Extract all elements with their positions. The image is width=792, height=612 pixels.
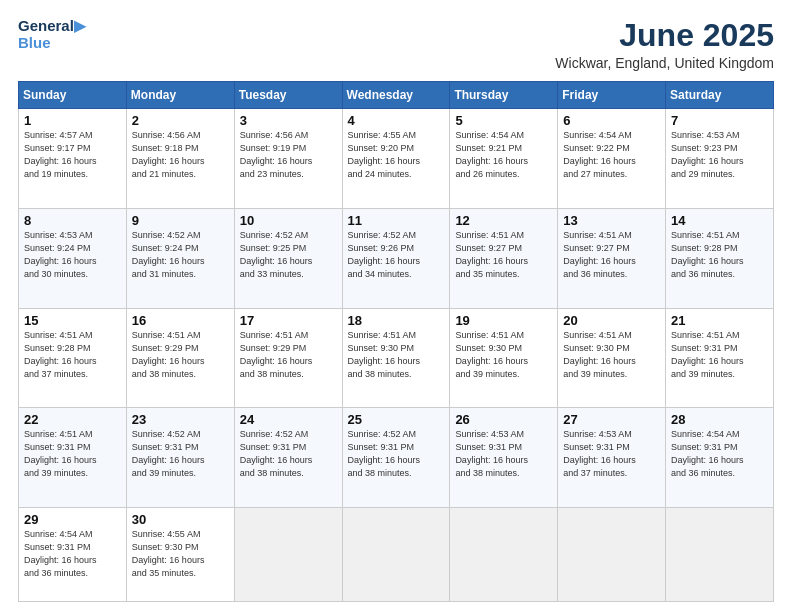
subtitle: Wickwar, England, United Kingdom (555, 55, 774, 71)
day-21: 21Sunrise: 4:51 AMSunset: 9:31 PMDayligh… (666, 308, 774, 408)
col-sunday: Sunday (19, 82, 127, 109)
day-15: 15Sunrise: 4:51 AMSunset: 9:28 PMDayligh… (19, 308, 127, 408)
day-27: 27Sunrise: 4:53 AMSunset: 9:31 PMDayligh… (558, 408, 666, 508)
day-12: 12Sunrise: 4:51 AMSunset: 9:27 PMDayligh… (450, 208, 558, 308)
calendar-table: Sunday Monday Tuesday Wednesday Thursday… (18, 81, 774, 602)
empty-cell (234, 508, 342, 602)
col-tuesday: Tuesday (234, 82, 342, 109)
day-24: 24Sunrise: 4:52 AMSunset: 9:31 PMDayligh… (234, 408, 342, 508)
col-friday: Friday (558, 82, 666, 109)
calendar-week-1: 1Sunrise: 4:57 AMSunset: 9:17 PMDaylight… (19, 109, 774, 209)
day-11: 11Sunrise: 4:52 AMSunset: 9:26 PMDayligh… (342, 208, 450, 308)
day-6: 6Sunrise: 4:54 AMSunset: 9:22 PMDaylight… (558, 109, 666, 209)
day-10: 10Sunrise: 4:52 AMSunset: 9:25 PMDayligh… (234, 208, 342, 308)
day-18: 18Sunrise: 4:51 AMSunset: 9:30 PMDayligh… (342, 308, 450, 408)
day-9: 9Sunrise: 4:52 AMSunset: 9:24 PMDaylight… (126, 208, 234, 308)
day-13: 13Sunrise: 4:51 AMSunset: 9:27 PMDayligh… (558, 208, 666, 308)
calendar-week-5: 29Sunrise: 4:54 AMSunset: 9:31 PMDayligh… (19, 508, 774, 602)
col-saturday: Saturday (666, 82, 774, 109)
day-28: 28Sunrise: 4:54 AMSunset: 9:31 PMDayligh… (666, 408, 774, 508)
day-23: 23Sunrise: 4:52 AMSunset: 9:31 PMDayligh… (126, 408, 234, 508)
day-7: 7Sunrise: 4:53 AMSunset: 9:23 PMDaylight… (666, 109, 774, 209)
day-22: 22Sunrise: 4:51 AMSunset: 9:31 PMDayligh… (19, 408, 127, 508)
col-monday: Monday (126, 82, 234, 109)
day-4: 4Sunrise: 4:55 AMSunset: 9:20 PMDaylight… (342, 109, 450, 209)
day-29: 29Sunrise: 4:54 AMSunset: 9:31 PMDayligh… (19, 508, 127, 602)
day-16: 16Sunrise: 4:51 AMSunset: 9:29 PMDayligh… (126, 308, 234, 408)
day-19: 19Sunrise: 4:51 AMSunset: 9:30 PMDayligh… (450, 308, 558, 408)
col-thursday: Thursday (450, 82, 558, 109)
day-3: 3Sunrise: 4:56 AMSunset: 9:19 PMDaylight… (234, 109, 342, 209)
day-26: 26Sunrise: 4:53 AMSunset: 9:31 PMDayligh… (450, 408, 558, 508)
day-17: 17Sunrise: 4:51 AMSunset: 9:29 PMDayligh… (234, 308, 342, 408)
page: General▶ Blue June 2025 Wickwar, England… (0, 0, 792, 612)
day-2: 2Sunrise: 4:56 AMSunset: 9:18 PMDaylight… (126, 109, 234, 209)
empty-cell (666, 508, 774, 602)
calendar-week-4: 22Sunrise: 4:51 AMSunset: 9:31 PMDayligh… (19, 408, 774, 508)
day-8: 8Sunrise: 4:53 AMSunset: 9:24 PMDaylight… (19, 208, 127, 308)
day-25: 25Sunrise: 4:52 AMSunset: 9:31 PMDayligh… (342, 408, 450, 508)
empty-cell (342, 508, 450, 602)
empty-cell (450, 508, 558, 602)
day-20: 20Sunrise: 4:51 AMSunset: 9:30 PMDayligh… (558, 308, 666, 408)
logo-general: General▶ (18, 18, 86, 35)
empty-cell (558, 508, 666, 602)
header: General▶ Blue June 2025 Wickwar, England… (18, 18, 774, 71)
logo-blue: Blue (18, 35, 86, 52)
day-1: 1Sunrise: 4:57 AMSunset: 9:17 PMDaylight… (19, 109, 127, 209)
calendar-header-row: Sunday Monday Tuesday Wednesday Thursday… (19, 82, 774, 109)
col-wednesday: Wednesday (342, 82, 450, 109)
calendar-week-3: 15Sunrise: 4:51 AMSunset: 9:28 PMDayligh… (19, 308, 774, 408)
title-block: June 2025 Wickwar, England, United Kingd… (555, 18, 774, 71)
day-30: 30Sunrise: 4:55 AMSunset: 9:30 PMDayligh… (126, 508, 234, 602)
logo: General▶ Blue (18, 18, 86, 51)
day-14: 14Sunrise: 4:51 AMSunset: 9:28 PMDayligh… (666, 208, 774, 308)
calendar-week-2: 8Sunrise: 4:53 AMSunset: 9:24 PMDaylight… (19, 208, 774, 308)
day-5: 5Sunrise: 4:54 AMSunset: 9:21 PMDaylight… (450, 109, 558, 209)
main-title: June 2025 (555, 18, 774, 53)
